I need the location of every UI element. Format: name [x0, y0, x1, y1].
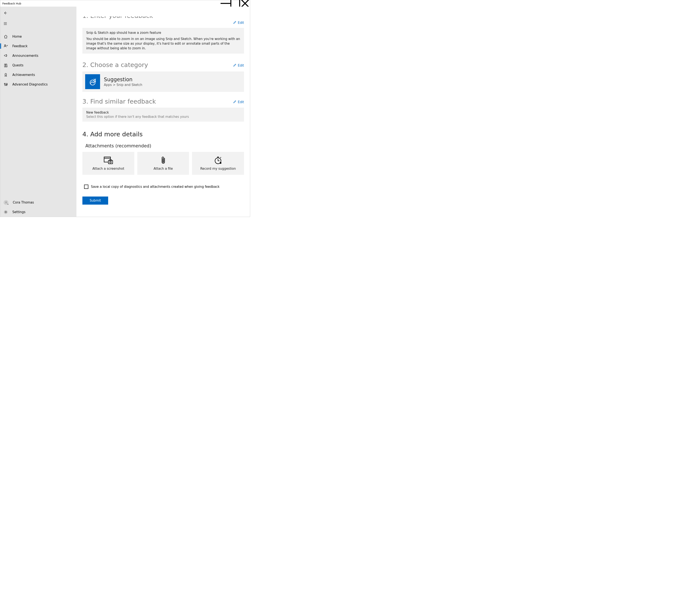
category-type: Suggestion	[104, 77, 142, 83]
svg-point-18	[5, 202, 6, 203]
sidebar: Home Feedback Announcements	[0, 6, 76, 217]
diagnostics-icon	[4, 82, 8, 87]
paperclip-icon	[161, 156, 166, 165]
sidebar-item-achievements[interactable]: Achievements	[0, 70, 76, 80]
main-content: 1. Enter your feedback Edit Snip & Sketc…	[76, 6, 250, 217]
edit-step-2-button[interactable]: Edit	[233, 63, 244, 68]
quests-icon	[4, 63, 8, 67]
svg-point-15	[5, 85, 6, 85]
new-feedback-title: New feedback	[86, 111, 240, 114]
sidebar-item-label: Quests	[12, 63, 23, 67]
sidebar-item-label: Advanced Diagnostics	[12, 83, 48, 86]
submit-button[interactable]: Submit	[82, 196, 108, 205]
new-feedback-sub: Select this option if there isn't any fe…	[86, 115, 240, 119]
edit-label: Edit	[238, 100, 244, 104]
feedback-title: Snip & Sketch app should have a zoom fea…	[86, 31, 240, 35]
achievements-icon	[4, 73, 8, 77]
feedback-body: You should be able to zoom in on an imag…	[86, 37, 240, 50]
sidebar-item-label: Announcements	[12, 54, 38, 58]
close-button[interactable]	[240, 0, 250, 6]
edit-label: Edit	[238, 21, 244, 25]
user-name: Cora Thomas	[13, 201, 34, 204]
sidebar-item-feedback[interactable]: Feedback	[0, 41, 76, 51]
gear-icon	[4, 210, 8, 214]
svg-point-17	[6, 84, 7, 85]
step-1-summary: Snip & Sketch app should have a zoom fea…	[82, 28, 244, 54]
sidebar-item-user[interactable]: + Cora Thomas	[0, 197, 76, 207]
pencil-icon	[233, 100, 237, 104]
svg-rect-24	[108, 160, 113, 164]
sidebar-item-advanced-diagnostics[interactable]: Advanced Diagnostics	[0, 80, 76, 89]
record-suggestion-button[interactable]: Record my suggestion	[192, 152, 244, 175]
step-4-heading: 4. Add more details	[82, 131, 244, 138]
home-icon	[4, 35, 8, 39]
feedback-icon	[4, 44, 8, 48]
category-icon	[85, 74, 100, 89]
window-title: Feedback Hub	[2, 2, 21, 5]
category-summary: Suggestion Apps > Snip and Sketch	[82, 71, 244, 92]
stopwatch-icon	[214, 156, 222, 165]
sidebar-item-label: Achievements	[12, 73, 35, 77]
sidebar-item-label: Feedback	[12, 44, 27, 48]
sidebar-item-label: Settings	[12, 210, 25, 214]
svg-point-13	[4, 83, 5, 84]
svg-point-21	[93, 81, 94, 81]
svg-point-33	[220, 162, 221, 164]
pencil-icon	[233, 21, 237, 25]
back-button[interactable]	[0, 9, 11, 17]
announcements-icon	[4, 54, 8, 58]
attach-file-button[interactable]: Attach a file	[137, 152, 189, 175]
step-1-heading: 1. Enter your feedback	[82, 16, 233, 20]
screenshot-icon	[104, 156, 113, 165]
avatar-icon: +	[4, 200, 8, 205]
attachment-label: Attach a screenshot	[93, 167, 124, 171]
pencil-icon	[233, 63, 237, 68]
sidebar-item-home[interactable]: Home	[0, 32, 76, 41]
sidebar-item-announcements[interactable]: Announcements	[0, 51, 76, 60]
attachments-subheading: Attachments (recommended)	[85, 143, 244, 148]
minimize-button[interactable]	[221, 0, 231, 6]
attachment-label: Attach a file	[154, 167, 173, 171]
svg-point-11	[5, 74, 6, 75]
svg-rect-10	[6, 64, 7, 67]
sidebar-item-label: Home	[12, 35, 22, 39]
sidebar-item-quests[interactable]: Quests	[0, 60, 76, 70]
edit-step-1-button[interactable]: Edit	[233, 21, 244, 26]
maximize-button[interactable]	[231, 0, 240, 6]
svg-line-32	[220, 157, 221, 158]
svg-rect-26	[109, 160, 111, 161]
edit-step-3-button[interactable]: Edit	[233, 100, 244, 105]
similar-feedback-summary: New feedback Select this option if there…	[82, 108, 244, 122]
attach-screenshot-button[interactable]: Attach a screenshot	[82, 152, 134, 175]
svg-rect-9	[4, 64, 5, 67]
step-3-heading: 3. Find similar feedback	[82, 98, 233, 105]
svg-point-19	[5, 211, 6, 213]
save-local-copy-checkbox[interactable]	[84, 185, 88, 189]
attachment-label: Record my suggestion	[200, 167, 236, 171]
sidebar-item-settings[interactable]: Settings	[0, 207, 76, 217]
titlebar: Feedback Hub	[0, 0, 250, 6]
edit-label: Edit	[238, 64, 244, 67]
hamburger-button[interactable]	[0, 19, 11, 28]
checkbox-label: Save a local copy of diagnostics and att…	[91, 185, 220, 189]
step-2-heading: 2. Choose a category	[82, 61, 233, 68]
category-path: Apps > Snip and Sketch	[104, 83, 142, 87]
svg-point-8	[4, 45, 6, 46]
